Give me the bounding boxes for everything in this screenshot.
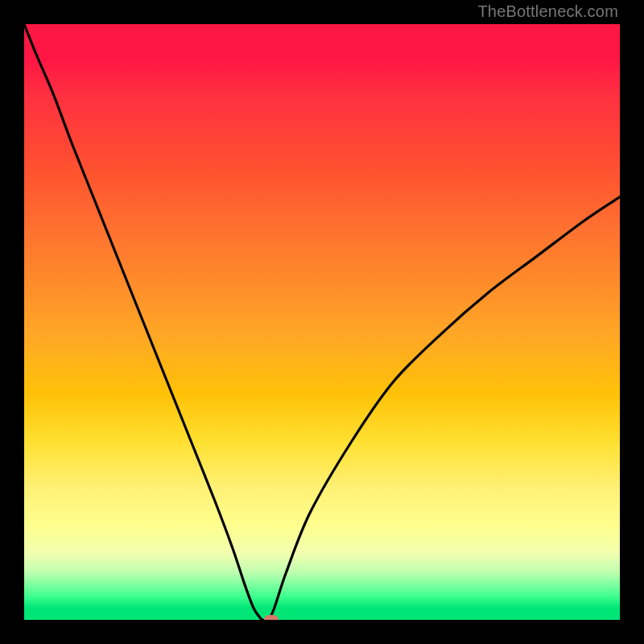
bottleneck-curve [24,24,620,620]
curve-layer [24,24,620,620]
chart-frame: TheBottleneck.com [0,0,644,644]
watermark-text: TheBottleneck.com [477,2,618,21]
optimum-point-marker [264,615,279,620]
plot-area [24,24,620,620]
